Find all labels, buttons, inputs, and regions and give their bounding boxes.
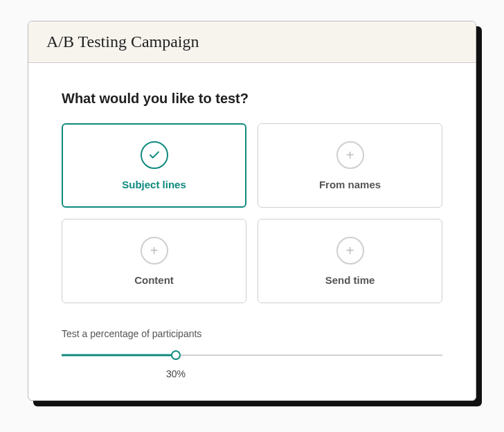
slider-section: Test a percentage of participants 30% [62, 328, 442, 379]
checkmark-icon [141, 141, 168, 169]
plus-icon: + [141, 237, 168, 264]
option-label: From names [319, 179, 381, 190]
card-header: A/B Testing Campaign [28, 21, 476, 63]
card-title: A/B Testing Campaign [46, 33, 458, 51]
card-body: What would you like to test? Subject lin… [28, 63, 476, 400]
option-subject-lines[interactable]: Subject lines [62, 123, 246, 208]
option-send-time[interactable]: + Send time [258, 219, 442, 303]
question-heading: What would you like to test? [62, 91, 442, 107]
plus-icon: + [336, 141, 364, 169]
option-content[interactable]: + Content [62, 219, 246, 303]
test-options-grid: Subject lines + From names + Content [62, 123, 442, 303]
campaign-card: A/B Testing Campaign What would you like… [28, 21, 476, 401]
option-label: Send time [325, 274, 375, 286]
slider-fill [62, 354, 176, 357]
slider-value-row: 30% [62, 368, 442, 379]
option-label: Subject lines [122, 179, 186, 190]
slider-thumb[interactable] [171, 350, 181, 360]
option-label: Content [134, 274, 174, 286]
option-from-names[interactable]: + From names [258, 123, 442, 208]
percentage-slider[interactable] [62, 349, 442, 361]
plus-icon: + [336, 237, 364, 264]
slider-label: Test a percentage of participants [62, 328, 442, 339]
slider-value: 30% [166, 368, 186, 379]
